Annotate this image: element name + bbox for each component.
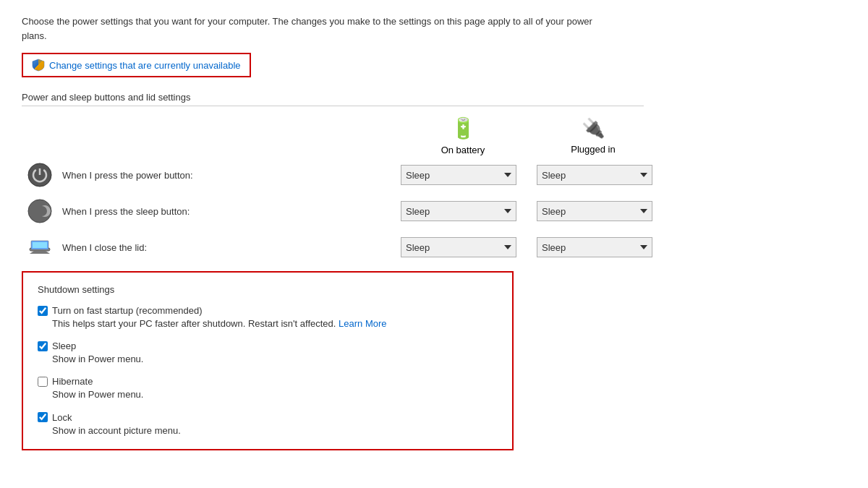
plugged-dropdown-cell-2: Do nothingSleepHibernateShut downTurn of… <box>537 237 667 257</box>
column-headers: 🔋 On battery 🔌 Plugged in <box>22 116 673 155</box>
item-desc-fast_startup: This helps start your PC faster after sh… <box>38 317 498 330</box>
shutdown-item-fast_startup: Turn on fast startup (recommended)This h… <box>38 305 498 330</box>
checkbox-label-sleep[interactable]: Sleep <box>52 341 76 351</box>
change-settings-text: Change settings that are currently unava… <box>49 60 241 71</box>
row-label-0: When I press the power button: <box>58 170 401 181</box>
sleep-button-icon <box>22 199 58 223</box>
plugged-label: Plugged in <box>571 144 615 155</box>
shutdown-item-sleep: SleepShow in Power menu. <box>38 341 498 366</box>
item-desc-sleep: Show in Power menu. <box>38 353 498 366</box>
learn-more-link[interactable]: Learn More <box>339 318 386 329</box>
plugged-select-2[interactable]: Do nothingSleepHibernateShut downTurn of… <box>537 237 652 257</box>
page-description: Choose the power settings that you want … <box>22 14 615 43</box>
checkbox-sleep[interactable] <box>38 341 48 351</box>
shutdown-section-title: Shutdown settings <box>38 284 498 295</box>
setting-row-1: When I press the sleep button:Do nothing… <box>22 199 673 223</box>
plugged-dropdown-cell-0: Do nothingSleepHibernateShut downTurn of… <box>537 165 667 185</box>
checkbox-hibernate[interactable] <box>38 377 48 387</box>
checkbox-label-lock[interactable]: Lock <box>52 412 72 423</box>
shutdown-section: Shutdown settings Turn on fast startup (… <box>22 271 514 450</box>
checkbox-label-fast_startup[interactable]: Turn on fast startup (recommended) <box>52 305 203 316</box>
plugged-select-1[interactable]: Do nothingSleepHibernateShut downTurn of… <box>537 201 652 221</box>
checkbox-row-fast_startup: Turn on fast startup (recommended) <box>38 305 498 316</box>
checkbox-label-hibernate[interactable]: Hibernate <box>52 376 93 387</box>
shield-uac-icon <box>32 59 45 72</box>
battery-dropdown-cell-0: Do nothingSleepHibernateShut downTurn of… <box>401 165 531 185</box>
battery-column-header: 🔋 On battery <box>398 116 528 155</box>
battery-select-0[interactable]: Do nothingSleepHibernateShut downTurn of… <box>401 165 516 185</box>
battery-dropdown-cell-2: Do nothingSleepHibernateShut downTurn of… <box>401 237 531 257</box>
svg-rect-4 <box>33 242 47 248</box>
plugged-column-header: 🔌 Plugged in <box>528 117 658 155</box>
item-desc-lock: Show in account picture menu. <box>38 424 498 437</box>
row-label-1: When I press the sleep button: <box>58 206 401 217</box>
checkbox-row-lock: Lock <box>38 412 498 423</box>
checkbox-fast_startup[interactable] <box>38 306 48 316</box>
change-settings-link[interactable]: Change settings that are currently unava… <box>22 53 251 77</box>
setting-rows-container: When I press the power button:Do nothing… <box>22 163 846 260</box>
power-button-icon <box>22 163 58 187</box>
checkbox-row-sleep: Sleep <box>38 341 498 351</box>
battery-select-2[interactable]: Do nothingSleepHibernateShut downTurn of… <box>401 237 516 257</box>
checkbox-row-hibernate: Hibernate <box>38 376 498 387</box>
checkbox-lock[interactable] <box>38 412 48 422</box>
power-sleep-section-title: Power and sleep buttons and lid settings <box>22 92 644 106</box>
shutdown-item-hibernate: HibernateShow in Power menu. <box>38 376 498 401</box>
plugged-select-0[interactable]: Do nothingSleepHibernateShut downTurn of… <box>537 165 652 185</box>
plugged-dropdown-cell-1: Do nothingSleepHibernateShut downTurn of… <box>537 201 667 221</box>
row-label-2: When I close the lid: <box>58 242 401 253</box>
battery-label: On battery <box>441 145 485 155</box>
battery-icon: 🔋 <box>451 116 476 140</box>
battery-select-1[interactable]: Do nothingSleepHibernateShut downTurn of… <box>401 201 516 221</box>
battery-dropdown-cell-1: Do nothingSleepHibernateShut downTurn of… <box>401 201 531 221</box>
setting-row-0: When I press the power button:Do nothing… <box>22 163 673 187</box>
lid-close-icon <box>22 235 58 260</box>
plug-icon: 🔌 <box>582 117 605 140</box>
shutdown-item-lock: LockShow in account picture menu. <box>38 412 498 437</box>
item-desc-hibernate: Show in Power menu. <box>38 388 498 401</box>
setting-row-2: When I close the lid:Do nothingSleepHibe… <box>22 235 673 260</box>
shutdown-items-container: Turn on fast startup (recommended)This h… <box>38 305 498 437</box>
